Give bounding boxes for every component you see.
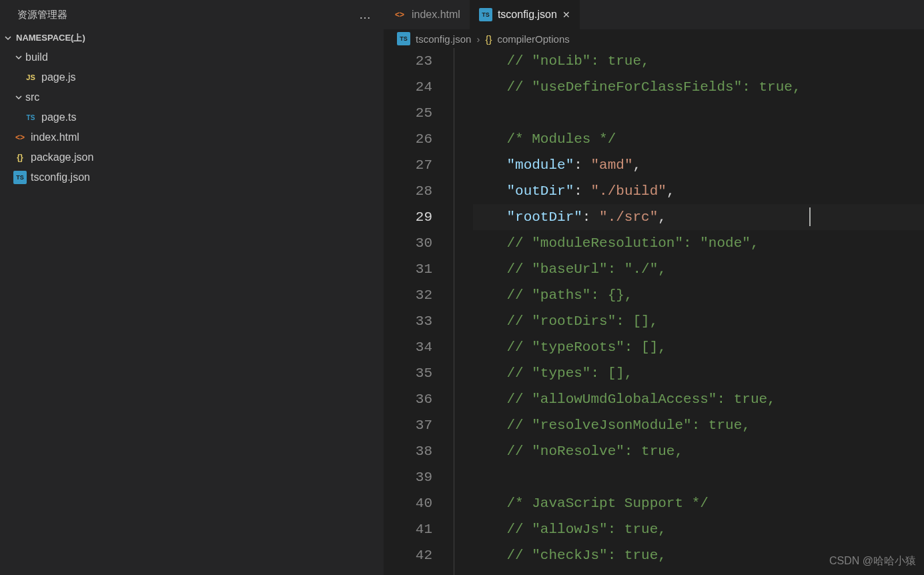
line-number: 33 [384,308,432,334]
file-icon: TS [13,171,27,184]
tab-bar: <>index.htmlTStsconfig.json✕ [384,0,924,29]
code-line[interactable]: "module": "amd", [473,152,924,178]
file-icon: JS [24,71,37,84]
file-label: index.html [31,131,79,143]
line-number: 26 [384,126,432,152]
file-index-html[interactable]: <>index.html [0,127,384,147]
line-number: 30 [384,230,432,256]
file-icon: <> [13,131,27,144]
file-tsconfig-json[interactable]: TStsconfig.json [0,167,384,187]
code-line[interactable]: // "baseUrl": "./", [473,256,924,282]
line-number: 23 [384,48,432,74]
explorer-title: 资源管理器 [17,9,67,21]
ts-icon: TS [397,32,410,45]
code-line[interactable]: "rootDir": "./src", [473,204,924,230]
line-number: 32 [384,282,432,308]
tab-label: index.html [412,9,460,21]
editor-group: <>index.htmlTStsconfig.json✕ TS tsconfig… [384,0,924,575]
code-line[interactable]: /* Modules */ [473,126,924,152]
file-page-js[interactable]: JSpage.js [0,67,384,87]
line-number: 37 [384,412,432,438]
file-icon: TS [479,8,492,21]
file-label: page.ts [41,111,76,123]
line-number: 42 [384,542,432,568]
code-line[interactable]: // "allowUmdGlobalAccess": true, [473,386,924,412]
close-icon[interactable]: ✕ [562,9,570,20]
code-line[interactable] [473,464,924,490]
line-number: 35 [384,360,432,386]
folder-label: build [25,51,48,63]
breadcrumb-file[interactable]: tsconfig.json [416,33,471,45]
folder-src[interactable]: src [0,87,384,107]
code-line[interactable]: // "useDefineForClassFields": true, [473,74,924,100]
fold-guide [454,48,456,575]
watermark: CSDN @哈哈小猿 [829,554,916,568]
code-line[interactable]: // "resolveJsonModule": true, [473,412,924,438]
file-label: page.js [41,71,76,83]
chevron-right-icon: › [476,33,480,45]
chevron-down-icon [13,93,24,101]
text-cursor [809,207,811,226]
workspace-section[interactable]: NAMESPACE(上) [0,30,384,46]
code-line[interactable]: // "allowJs": true, [473,516,924,542]
code-line[interactable] [473,100,924,126]
line-number: 38 [384,438,432,464]
tab-index-html[interactable]: <>index.html [384,0,470,29]
code-line[interactable]: // "paths": {}, [473,282,924,308]
line-number: 39 [384,464,432,490]
file-icon: TS [24,111,37,124]
file-page-ts[interactable]: TSpage.ts [0,107,384,127]
chevron-down-icon [13,53,24,61]
file-label: package.json [31,151,93,163]
code-line[interactable]: // "noResolve": true, [473,438,924,464]
line-number-gutter: 2324252627282930313233343536373839404142 [384,48,454,575]
workspace-name: NAMESPACE(上) [16,32,85,44]
tab-label: tsconfig.json [498,9,557,21]
line-number: 29 [384,204,432,230]
folder-label: src [25,91,39,103]
explorer-header: 资源管理器 … [0,0,384,30]
line-number: 24 [384,74,432,100]
explorer-more-icon[interactable]: … [359,8,372,22]
code-line[interactable]: /* JavaScript Support */ [473,490,924,516]
line-number: 41 [384,516,432,542]
file-label: tsconfig.json [31,171,90,183]
code-editor[interactable]: 2324252627282930313233343536373839404142… [384,48,924,575]
code-line[interactable]: "outDir": "./build", [473,178,924,204]
line-number: 34 [384,334,432,360]
explorer-sidebar: 资源管理器 … NAMESPACE(上) buildJSpage.jssrcTS… [0,0,384,575]
breadcrumb[interactable]: TS tsconfig.json › {} compilerOptions [384,29,924,48]
file-tree: buildJSpage.jssrcTSpage.ts<>index.html{}… [0,46,384,187]
code-line[interactable]: // "moduleResolution": "node", [473,230,924,256]
file-package-json[interactable]: {}package.json [0,147,384,167]
line-number: 31 [384,256,432,282]
file-icon: <> [393,8,406,21]
code-content[interactable]: // "noLib": true, // "useDefineForClassF… [456,48,924,575]
line-number: 25 [384,100,432,126]
breadcrumb-node[interactable]: compilerOptions [497,33,569,45]
tab-tsconfig-json[interactable]: TStsconfig.json✕ [470,0,580,29]
code-line[interactable]: // "types": [], [473,360,924,386]
chevron-down-icon [3,33,13,43]
braces-icon: {} [485,33,492,45]
code-line[interactable]: // "noLib": true, [473,48,924,74]
line-number: 28 [384,178,432,204]
line-number: 40 [384,490,432,516]
code-line[interactable]: // "typeRoots": [], [473,334,924,360]
line-number: 36 [384,386,432,412]
file-icon: {} [13,151,27,164]
code-line[interactable]: // "rootDirs": [], [473,308,924,334]
line-number: 27 [384,152,432,178]
folder-build[interactable]: build [0,47,384,67]
